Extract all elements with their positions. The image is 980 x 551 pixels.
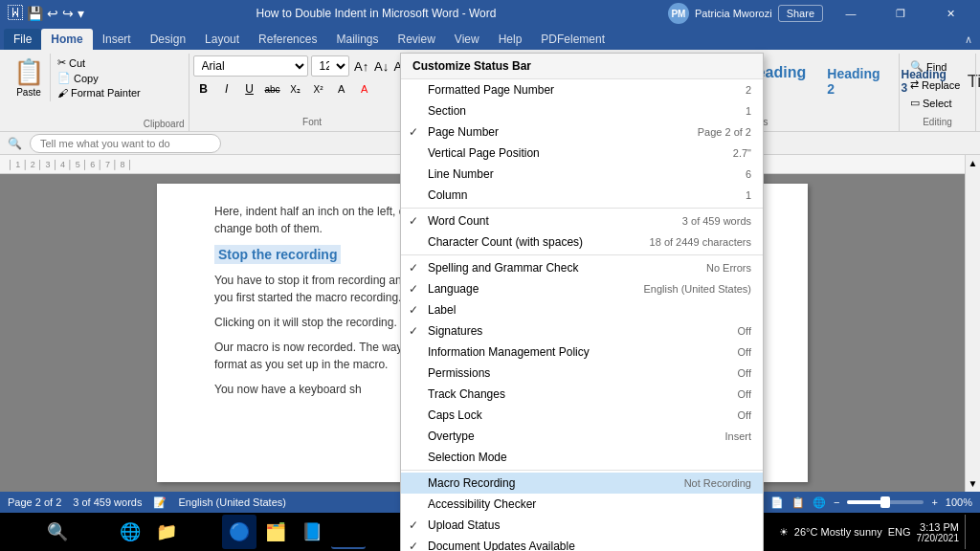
check-label: ✓: [409, 303, 424, 317]
check-signatures: ✓: [409, 324, 424, 338]
menu-track-changes[interactable]: Track Changes Off: [401, 384, 763, 405]
menu-label[interactable]: ✓ Label: [401, 299, 763, 320]
menu-selection-mode[interactable]: Selection Mode: [401, 447, 763, 468]
check-upload-status: ✓: [409, 518, 424, 532]
menu-macro-recording[interactable]: Macro Recording Not Recording: [401, 473, 763, 494]
menu-column[interactable]: Column 1: [401, 185, 763, 206]
separator1: [401, 208, 763, 209]
separator3: [401, 470, 763, 471]
separator2: [401, 254, 763, 255]
menu-section[interactable]: Section 1: [401, 100, 763, 121]
check-word-count: ✓: [409, 214, 424, 228]
menu-permissions[interactable]: Permissions Off: [401, 363, 763, 384]
menu-vertical-page-position[interactable]: Vertical Page Position 2.7": [401, 143, 763, 164]
menu-information-mgmt[interactable]: Information Management Policy Off: [401, 342, 763, 363]
context-menu: Customize Status Bar Formatted Page Numb…: [400, 53, 764, 551]
check-doc-updates: ✓: [409, 540, 424, 551]
context-menu-overlay[interactable]: Customize Status Bar Formatted Page Numb…: [0, 0, 980, 551]
menu-spelling-grammar[interactable]: ✓ Spelling and Grammar Check No Errors: [401, 257, 763, 278]
menu-caps-lock[interactable]: Caps Lock Off: [401, 405, 763, 426]
menu-line-number[interactable]: Line Number 6: [401, 164, 763, 185]
menu-formatted-page-number[interactable]: Formatted Page Number 2: [401, 79, 763, 100]
check-language: ✓: [409, 282, 424, 296]
menu-doc-updates[interactable]: ✓ Document Updates Available: [401, 536, 763, 551]
menu-language[interactable]: ✓ Language English (United States): [401, 278, 763, 299]
context-menu-title: Customize Status Bar: [401, 54, 763, 79]
menu-character-count[interactable]: Character Count (with spaces) 18 of 2449…: [401, 231, 763, 253]
menu-accessibility-checker[interactable]: Accessibility Checker: [401, 494, 763, 515]
check-spelling: ✓: [409, 261, 424, 275]
menu-overtype[interactable]: Overtype Insert: [401, 426, 763, 447]
menu-upload-status[interactable]: ✓ Upload Status: [401, 515, 763, 536]
check-page-number: ✓: [409, 125, 424, 139]
menu-word-count[interactable]: ✓ Word Count 3 of 459 words: [401, 210, 763, 231]
menu-page-number[interactable]: ✓ Page Number Page 2 of 2: [401, 121, 763, 143]
menu-signatures[interactable]: ✓ Signatures Off: [401, 320, 763, 342]
